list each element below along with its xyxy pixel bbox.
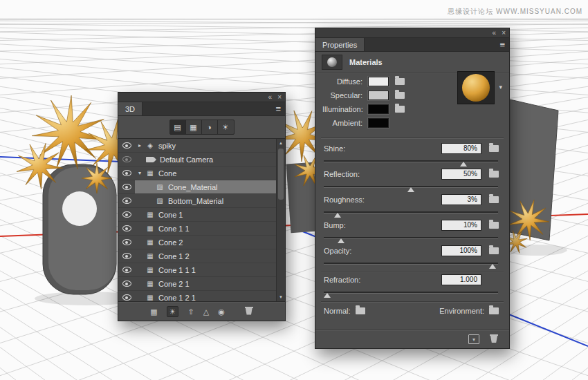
filter-meshes-button[interactable]: ▦ [186,120,202,134]
bump-slider[interactable] [324,234,498,244]
panel-menu-icon[interactable]: ≡ [499,39,505,50]
scroll-up-icon[interactable]: ▲ [277,141,285,145]
layer-row-bottom-material[interactable]: ▨ Bottom_Material [118,194,285,208]
new-mesh-icon[interactable]: ▦ [150,307,157,316]
roughness-slider[interactable] [324,209,498,218]
refraction-slider[interactable] [324,289,498,298]
illumination-texture-folder-icon[interactable] [395,106,405,113]
material-preview-dropdown-icon[interactable]: ▾ [499,84,502,91]
layer-row-main[interactable]: ▦ Cone 1 2 1 [135,291,276,301]
layer-row-cone-1-2-1[interactable]: ▦ Cone 1 2 1 [118,291,285,301]
diffuse-color-swatch[interactable] [368,77,389,86]
layer-row-cone-material[interactable]: ▨ Cone_Material [118,180,285,194]
bump-texture-folder-icon[interactable] [489,222,499,229]
reflection-value-field[interactable]: 50% [441,169,481,180]
reflection-slider[interactable] [324,183,498,193]
delete-material-icon[interactable] [490,333,498,345]
visibility-eye-icon[interactable] [122,281,131,287]
material-preview[interactable] [457,71,495,104]
layer-row-default-camera[interactable]: Default Camera [118,153,285,167]
shine-value-field[interactable]: 80% [441,143,481,154]
layer-row-main[interactable]: ▦ Cone 1 2 [135,249,276,263]
filter-materials-button[interactable]: ◑ [202,120,218,134]
point-light-icon[interactable]: ◉ [218,307,225,316]
reflection-label: Reflection: [324,170,360,178]
layer-row-cone-1-1[interactable]: ▦ Cone 1 1 [118,222,285,236]
ambient-color-swatch[interactable] [368,118,389,128]
tab-3d[interactable]: 3D [118,102,143,115]
layer-row-cone-2-1[interactable]: ▦ Cone 2 1 [118,277,285,291]
opacity-slider[interactable] [324,260,498,269]
layer-row-main[interactable]: ▦ Cone 1 [135,208,276,221]
normal-texture-folder-icon[interactable] [356,307,365,314]
illumination-color-swatch[interactable] [368,104,389,114]
slider-thumb[interactable] [338,238,344,243]
layer-row-cone-1-2[interactable]: ▦ Cone 1 2 [118,249,285,263]
refraction-value-field[interactable]: 1.000 [441,274,481,285]
visibility-eye-icon[interactable] [122,225,131,231]
specular-color-swatch[interactable] [368,91,389,100]
3d-panel-titlebar[interactable]: « × [118,93,285,102]
tab-properties[interactable]: Properties [315,38,365,51]
layer-row-main[interactable]: ▦ Cone 2 1 [135,277,276,290]
visibility-eye-icon[interactable] [122,142,131,149]
close-panel-icon[interactable]: × [502,28,506,37]
scrollbar[interactable]: ▲ ▼ [276,139,285,301]
bump-value-field[interactable]: 10% [441,220,481,231]
scrollbar-thumb[interactable] [278,149,284,200]
layer-row-main[interactable]: Default Camera [135,153,276,166]
visibility-eye-icon[interactable] [122,267,131,273]
slider-thumb[interactable] [334,213,341,218]
visibility-eye-icon[interactable] [122,294,131,301]
collapse-panel-icon[interactable]: « [268,93,273,102]
collapse-panel-icon[interactable]: « [493,28,497,37]
material-picker-icon[interactable]: ▾ [468,334,479,344]
slider-thumb[interactable] [489,264,496,269]
slider-thumb[interactable] [324,293,331,298]
layer-row-main[interactable]: ▸ ◈ spiky [135,139,276,152]
delete-icon[interactable] [245,306,253,317]
close-panel-icon[interactable]: × [277,93,282,102]
shine-texture-folder-icon[interactable] [489,145,499,152]
properties-panel-titlebar[interactable]: « × [315,28,509,38]
visibility-eye-icon[interactable] [122,198,131,204]
layer-row-main[interactable]: ▦ Cone 1 1 1 [135,263,276,276]
roughness-texture-folder-icon[interactable] [489,196,499,203]
opacity-texture-folder-icon[interactable] [489,247,499,254]
layer-row-main[interactable]: ▾ ▦ Cone [135,167,276,180]
panel-menu-icon[interactable]: ≡ [275,104,281,115]
filter-scene-button[interactable]: ▤ [170,120,186,134]
slider-thumb[interactable] [460,162,467,167]
opacity-label: Opacity: [324,247,351,255]
layer-row-cone-2[interactable]: ▦ Cone 2 [118,236,285,249]
specular-texture-folder-icon[interactable] [395,92,405,99]
environment-texture-folder-icon[interactable] [489,307,499,314]
roughness-value-field[interactable]: 3% [441,194,481,205]
visibility-eye-icon[interactable] [122,239,131,245]
layer-row-main[interactable]: ▦ Cone 2 [135,236,276,249]
slider-thumb[interactable] [407,187,414,192]
layer-row-main[interactable]: ▦ Cone 1 1 [135,222,276,235]
visibility-eye-icon[interactable] [122,211,131,218]
layer-row-main-selected[interactable]: ▨ Cone_Material [135,180,276,193]
layer-row-cone[interactable]: ▾ ▦ Cone [118,167,285,180]
spot-light-icon[interactable]: △ [203,307,209,316]
reflection-texture-folder-icon[interactable] [489,171,499,178]
layer-row-cone-1-1-1[interactable]: ▦ Cone 1 1 1 [118,263,285,277]
visibility-eye-icon[interactable] [122,184,131,190]
layer-row-cone-1[interactable]: ▦ Cone 1 [118,208,285,222]
shine-slider[interactable] [324,158,498,167]
filter-lights-button[interactable]: ☀ [218,120,234,134]
disclosure-closed-icon[interactable]: ▸ [135,142,145,149]
export-3d-icon[interactable]: ⇧ [187,307,194,316]
disclosure-open-icon[interactable]: ▾ [135,170,145,176]
visibility-eye-icon[interactable] [122,170,131,176]
light-bulb-icon[interactable]: ☀ [167,306,179,317]
layer-row-spiky[interactable]: ▸ ◈ spiky [118,139,285,153]
visibility-eye-icon[interactable] [122,156,131,162]
layer-row-main[interactable]: ▨ Bottom_Material [135,194,276,207]
visibility-eye-icon[interactable] [122,253,131,259]
opacity-value-field[interactable]: 100% [441,245,481,256]
diffuse-texture-folder-icon[interactable] [395,78,405,85]
scroll-down-icon[interactable]: ▼ [277,295,285,299]
